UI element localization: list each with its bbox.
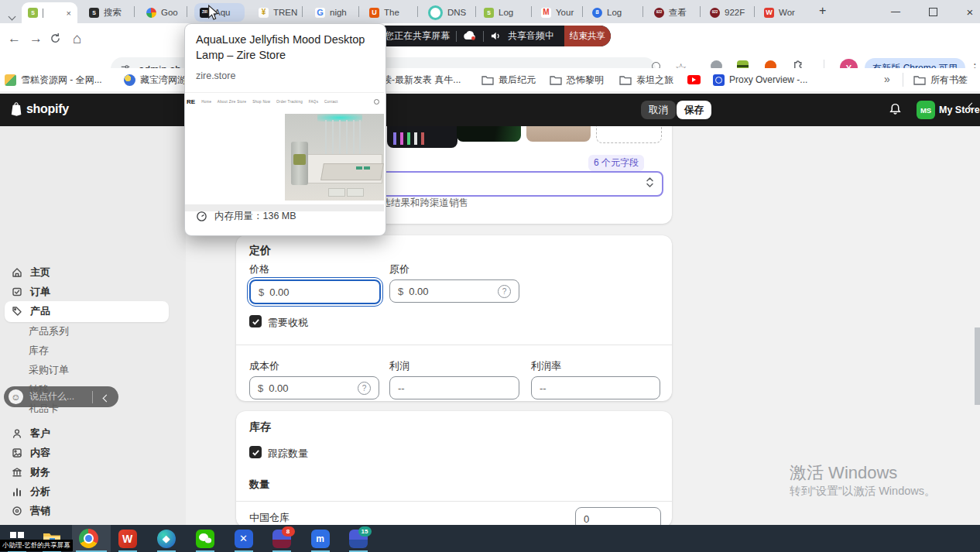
home-icon [11,266,23,279]
home-icon[interactable]: ⌂ [73,30,81,47]
target-icon [11,505,23,517]
stop-sharing-button[interactable]: 结束共享 [564,26,611,46]
cancel-button[interactable]: 取消 [641,101,676,119]
forward-icon[interactable]: → [29,31,43,46]
tab-divider [358,6,359,17]
tax-checkbox[interactable] [249,315,262,327]
shopify-dark-favicon: S [89,8,99,18]
bookmark-youtube[interactable] [687,68,701,91]
tab-hover-preview: AquaLuxe Jellyfish Mood Desktop Lamp – Z… [184,23,386,236]
sidebar-item-products[interactable]: 产品 [0,304,50,318]
sidebar-item-inventory[interactable]: 库存 [29,344,49,358]
tab-9[interactable]: M Your [536,3,579,22]
window-maximize-button[interactable] [920,0,946,23]
cost-input[interactable]: $ 0.00 ? [249,376,379,399]
window-close-button[interactable]: × [957,0,980,23]
new-tab-button[interactable]: + [819,4,826,18]
wps-icon[interactable]: W [117,528,138,549]
badge-count: 15 [358,526,372,537]
sidebar-item-finance[interactable]: 财务 [0,465,50,479]
tab-8[interactable]: S Log [478,3,519,22]
chrome-taskbar-icon[interactable] [78,528,99,549]
site-logo-text: RE [187,98,195,105]
help-icon[interactable]: ? [358,382,371,395]
tab-divider [531,6,532,17]
sidebar-item-marketing[interactable]: 营销 [0,504,50,518]
bookmarks-overflow-icon[interactable]: » [884,73,890,85]
margin-input[interactable]: -- [531,376,660,399]
back-icon[interactable]: ← [8,31,21,46]
chat-collapse-icon[interactable] [104,390,109,404]
bookmark-folder[interactable]: 最后纪元 [481,68,536,91]
folder-icon [481,75,494,85]
sidebar-item-collections[interactable]: 产品系列 [29,324,69,338]
tab-13[interactable]: W Wor [759,3,800,22]
tab-title-caret [43,9,43,18]
bookmark-item[interactable]: 雪糕资源网 - 全网... [5,68,102,91]
all-bookmarks-folder[interactable]: 所有书签 [913,68,968,91]
wechat-icon[interactable] [194,528,215,549]
tab-1[interactable]: S 搜索 [84,3,127,22]
tab-10[interactable]: 8 Log [587,3,627,22]
shopify-sidebar: 主页 订单 产品 产品系列 库存 采购订单 转移 礼品卡 客户 内容 财务 分析 [0,126,186,525]
sidebar-item-customers[interactable]: 客户 [0,427,50,441]
tab-11[interactable]: 922 查看 [649,3,692,22]
app-with-badge-15-icon[interactable]: 15 [348,528,368,549]
windows-taskbar: W ◆ ✕ 8 m 15 [0,525,980,552]
922-favicon: 922 [654,8,664,18]
meeting-app-icon[interactable]: m [310,528,331,549]
sidebar-item-content[interactable]: 内容 [0,446,50,460]
proxy-icon [713,74,725,86]
bookmark-favicon [124,74,135,86]
teal-app-icon[interactable]: ◆ [156,528,176,549]
profit-input[interactable]: -- [389,376,519,399]
sidebar-item-purchase-orders[interactable]: 采购订单 [29,363,69,377]
tab-3-hovered[interactable]: ZIR Aqu [194,3,245,22]
app-with-badge-8-icon[interactable]: 8 [271,528,292,549]
share-assistant-chat-pill[interactable]: ☺ 说点什么... [4,386,118,407]
help-icon[interactable]: ? [498,285,511,298]
tab-active-shopify[interactable]: S × [22,2,77,23]
inventory-title: 库存 [249,420,271,434]
window-minimize-button[interactable]: — [882,0,909,23]
tab-search-chevron-icon[interactable] [9,9,15,22]
tab-close-icon[interactable]: × [67,9,71,18]
recording-cloud-icon[interactable] [463,30,477,43]
bookmark-proxy[interactable]: Proxy Overview -... [713,68,807,91]
preview-site-nav: RE Home About Zire Store Shop Now Order … [185,96,384,107]
preview-title: AquaLuxe Jellyfish Mood Desktop Lamp – Z… [196,32,374,63]
blue-x-app-icon[interactable]: ✕ [233,528,254,549]
price-input[interactable]: $ 0.00 [249,279,381,304]
sidebar-item-analytics[interactable]: 分析 [0,485,50,499]
sidebar-item-orders[interactable]: 订单 [0,285,50,299]
bookmark-folder[interactable]: 恐怖黎明 [550,68,604,91]
bookmark-item[interactable]: 读-最新发表 真牛... [382,68,461,91]
tab-7[interactable]: DNS [423,3,471,22]
save-button[interactable]: 保存 [677,101,711,119]
site-nav-links: Home About Zire Store Shop Now Order Tra… [201,100,338,104]
tab-5[interactable]: G nigh [310,3,352,22]
tab-divider [754,6,755,17]
bookmark-folder[interactable]: 泰坦之旅 [619,68,673,91]
orders-icon [11,286,23,298]
compare-price-input[interactable]: $ 0.00 ? [389,279,519,303]
track-quantity-checkbox[interactable] [249,446,262,458]
bookmarks-bar: 雪糕资源网 - 全网... 藏宝湾网游... 读-最新发表 真牛... 最后纪元… [0,68,980,92]
tab-4[interactable]: ¥ TREN [253,3,303,22]
select-updown-icon [646,177,654,191]
tab-12[interactable]: 922 922F [704,3,750,22]
collapse-chevron-icon[interactable] [969,98,975,112]
tab-6[interactable]: U The [364,3,405,22]
notifications-bell-icon[interactable] [889,102,902,119]
chat-input-placeholder[interactable]: 说点什么... [29,390,74,403]
track-quantity-label: 跟踪数量 [268,447,308,461]
reload-icon[interactable] [50,33,61,48]
shopify-favicon: S [28,8,38,18]
pricing-title: 定价 [249,244,271,258]
warehouse-label: 中国仓库 [249,511,290,525]
metafields-link[interactable]: 6 个元字段 [588,155,644,171]
page-scrollbar-thumb[interactable] [975,327,980,405]
sidebar-item-home[interactable]: 主页 [0,266,50,279]
tab-2[interactable]: Goo [141,3,183,22]
store-avatar[interactable]: MS [917,101,935,119]
